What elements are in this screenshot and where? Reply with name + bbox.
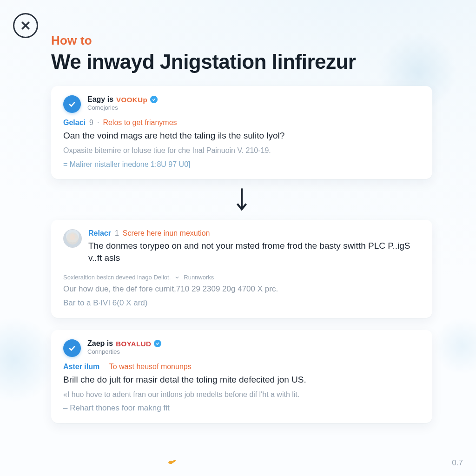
- author-name: Zaep is: [87, 339, 113, 348]
- verified-badge: [63, 339, 81, 357]
- close-button[interactable]: [13, 13, 38, 38]
- meta-count: 1: [115, 229, 119, 238]
- page-title: We inwayd Jnigstation linfirezur: [51, 51, 432, 73]
- verified-badge: [63, 95, 81, 113]
- card-description: Oxpasite bitemire or loluse tiue for che…: [63, 146, 420, 155]
- card-stack: Eagy is VOOKUp Comojorles Gelaci 9 · Rel…: [51, 86, 432, 423]
- card-header: Zaep is BOYALUD Connperties: [63, 339, 420, 357]
- meta-line: Aster ilum To wast heusof monunps: [63, 363, 420, 371]
- check-icon: [67, 344, 77, 353]
- flow-arrow: [51, 187, 432, 212]
- version-label: 0.7: [452, 458, 463, 468]
- result-card[interactable]: Relacr 1 Screre here inun mexution The d…: [51, 220, 432, 318]
- meta-count: 9: [89, 119, 93, 127]
- meta-separator: ·: [97, 119, 99, 127]
- card-header: Relacr 1 Screre here inun mexution The d…: [63, 229, 420, 268]
- verified-icon: [150, 96, 158, 103]
- verified-icon: [154, 340, 161, 347]
- subtag-a: Soxleraition besicn deveed inago Deliot.: [63, 274, 171, 281]
- meta-tag[interactable]: To wast heusof monunps: [109, 363, 192, 371]
- chevron-down-icon[interactable]: [174, 275, 180, 280]
- subtag-b: Runnworks: [184, 274, 214, 281]
- card-title-text: The donmes torypeo on and not your msted…: [88, 240, 420, 264]
- card-description: «I huo hove to adent fran our intlons jo…: [63, 390, 420, 399]
- card-title-text: Brill che do jult for masir detal the to…: [63, 374, 420, 386]
- kicker-label: How to: [51, 33, 432, 48]
- card-header: Eagy is VOOKUp Comojorles: [63, 95, 420, 113]
- author-subtitle: Comojorles: [87, 104, 158, 111]
- meta-line: Gelaci 9 · Relos to get frianymes: [63, 119, 420, 127]
- meta-category[interactable]: Relacr: [88, 229, 111, 238]
- meta-tag[interactable]: Screre here inun mexution: [123, 229, 210, 238]
- author-name: Eagy is: [87, 95, 113, 104]
- author-block: Eagy is VOOKUp Comojorles: [87, 95, 158, 111]
- meta-spacer: [103, 363, 105, 371]
- card-title-text: Oan the voind mags are hetd the taling i…: [63, 130, 420, 142]
- result-card[interactable]: Eagy is VOOKUp Comojorles Gelaci 9 · Rel…: [51, 86, 432, 179]
- avatar: [63, 229, 82, 248]
- author-subtitle: Connperties: [87, 348, 161, 355]
- card-footer-text: = Malirer nistaller inedone 1:8U 97 U0]: [63, 160, 420, 169]
- page-content: How to We inwayd Jnigstation linfirezur …: [51, 33, 432, 423]
- author-block: Relacr 1 Screre here inun mexution The d…: [88, 229, 420, 268]
- close-icon: [20, 20, 32, 32]
- arrow-down-icon: [235, 187, 249, 212]
- result-card[interactable]: Zaep is BOYALUD Connperties Aster ilum T…: [51, 330, 432, 423]
- author-brand: BOYALUD: [116, 340, 151, 348]
- author-brand: VOOKUp: [116, 96, 147, 104]
- author-block: Zaep is BOYALUD Connperties: [87, 339, 161, 355]
- meta-category[interactable]: Gelaci: [63, 119, 86, 127]
- meta-tag[interactable]: Relos to get frianymes: [103, 119, 177, 127]
- card-description: Our how due, the def fore cumit,710 29 2…: [63, 284, 420, 294]
- meta-category[interactable]: Aster ilum: [63, 363, 99, 371]
- check-icon: [67, 99, 77, 109]
- card-subtags: Soxleraition besicn deveed inago Deliot.…: [63, 274, 420, 281]
- decorative-blob-3: [434, 318, 476, 374]
- decorative-blob-2: [0, 318, 56, 402]
- card-footer-text: Bar to a B·IVI 6(0 X ard): [63, 298, 420, 308]
- bird-icon: [167, 458, 177, 469]
- card-footer-text: – Rehart thones foor makng fit: [63, 403, 420, 413]
